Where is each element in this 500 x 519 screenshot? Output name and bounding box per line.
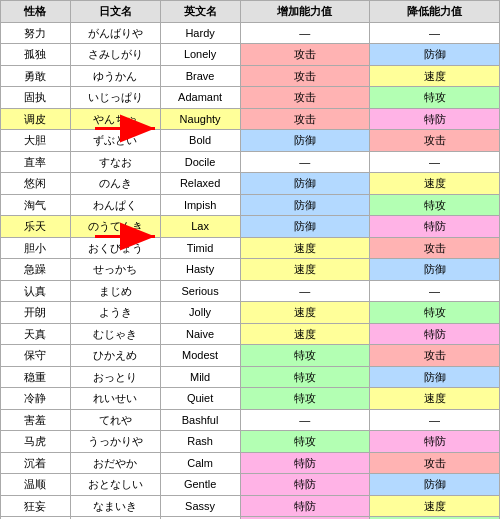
- cell-nature: 直率: [1, 151, 71, 173]
- cell-down: 防御: [370, 44, 500, 66]
- cell-ja: ひかえめ: [70, 345, 160, 367]
- cell-down: 防御: [370, 366, 500, 388]
- header-en: 英文名: [160, 1, 240, 23]
- header-down: 降低能力值: [370, 1, 500, 23]
- cell-en: Lonely: [160, 44, 240, 66]
- cell-ja: さみしがり: [70, 44, 160, 66]
- cell-nature: 稳重: [1, 366, 71, 388]
- cell-en: Brave: [160, 65, 240, 87]
- cell-ja: いじっぱり: [70, 87, 160, 109]
- cell-up: —: [240, 22, 370, 44]
- cell-up: 防御: [240, 130, 370, 152]
- cell-en: Calm: [160, 452, 240, 474]
- cell-down: 速度: [370, 388, 500, 410]
- cell-down: 攻击: [370, 237, 500, 259]
- cell-up: 攻击: [240, 44, 370, 66]
- cell-down: 特防: [370, 216, 500, 238]
- cell-up: 速度: [240, 237, 370, 259]
- cell-en: Lax: [160, 216, 240, 238]
- cell-en: Rash: [160, 431, 240, 453]
- cell-nature: 固执: [1, 87, 71, 109]
- cell-up: —: [240, 151, 370, 173]
- cell-down: 速度: [370, 173, 500, 195]
- cell-ja: まじめ: [70, 280, 160, 302]
- cell-en: Naughty: [160, 108, 240, 130]
- cell-ja: てれや: [70, 409, 160, 431]
- cell-ja: ずぶとい: [70, 130, 160, 152]
- cell-down: 防御: [370, 474, 500, 496]
- cell-up: 防御: [240, 194, 370, 216]
- cell-down: 攻击: [370, 452, 500, 474]
- cell-ja: れいせい: [70, 388, 160, 410]
- cell-down: —: [370, 151, 500, 173]
- cell-down: 攻击: [370, 345, 500, 367]
- cell-nature: 温顺: [1, 474, 71, 496]
- cell-nature: 勇敢: [1, 65, 71, 87]
- cell-ja: すなお: [70, 151, 160, 173]
- cell-down: —: [370, 280, 500, 302]
- cell-nature: 孤独: [1, 44, 71, 66]
- cell-up: 攻击: [240, 108, 370, 130]
- cell-nature: 调皮: [1, 108, 71, 130]
- cell-up: 特攻: [240, 345, 370, 367]
- cell-up: 速度: [240, 259, 370, 281]
- cell-en: Hardy: [160, 22, 240, 44]
- cell-nature: 害羞: [1, 409, 71, 431]
- header-up: 增加能力值: [240, 1, 370, 23]
- cell-ja: うっかりや: [70, 431, 160, 453]
- cell-ja: おくびょう: [70, 237, 160, 259]
- cell-down: 特攻: [370, 194, 500, 216]
- cell-up: 攻击: [240, 65, 370, 87]
- cell-ja: せっかち: [70, 259, 160, 281]
- cell-up: —: [240, 409, 370, 431]
- cell-ja: おだやか: [70, 452, 160, 474]
- cell-nature: 胆小: [1, 237, 71, 259]
- cell-up: 特攻: [240, 431, 370, 453]
- cell-up: 防御: [240, 173, 370, 195]
- cell-en: Serious: [160, 280, 240, 302]
- nature-table: 性格 日文名 英文名 增加能力值 降低能力值 努力がんばりやHardy——孤独さ…: [0, 0, 500, 519]
- cell-ja: のんき: [70, 173, 160, 195]
- cell-nature: 急躁: [1, 259, 71, 281]
- cell-en: Timid: [160, 237, 240, 259]
- cell-ja: がんばりや: [70, 22, 160, 44]
- cell-up: —: [240, 280, 370, 302]
- cell-down: 速度: [370, 495, 500, 517]
- header-ja: 日文名: [70, 1, 160, 23]
- cell-down: 速度: [370, 65, 500, 87]
- cell-up: 特防: [240, 474, 370, 496]
- cell-nature: 努力: [1, 22, 71, 44]
- cell-en: Adamant: [160, 87, 240, 109]
- cell-en: Mild: [160, 366, 240, 388]
- cell-nature: 淘气: [1, 194, 71, 216]
- cell-en: Modest: [160, 345, 240, 367]
- cell-up: 速度: [240, 302, 370, 324]
- cell-en: Impish: [160, 194, 240, 216]
- cell-up: 攻击: [240, 87, 370, 109]
- cell-en: Jolly: [160, 302, 240, 324]
- cell-nature: 乐天: [1, 216, 71, 238]
- cell-up: 特防: [240, 452, 370, 474]
- cell-up: 速度: [240, 323, 370, 345]
- cell-nature: 悠闲: [1, 173, 71, 195]
- cell-ja: ようき: [70, 302, 160, 324]
- cell-en: Relaxed: [160, 173, 240, 195]
- cell-down: —: [370, 22, 500, 44]
- cell-en: Bold: [160, 130, 240, 152]
- cell-ja: おっとり: [70, 366, 160, 388]
- cell-up: 防御: [240, 216, 370, 238]
- cell-down: 特防: [370, 323, 500, 345]
- cell-nature: 天真: [1, 323, 71, 345]
- cell-nature: 冷静: [1, 388, 71, 410]
- cell-down: —: [370, 409, 500, 431]
- cell-nature: 马虎: [1, 431, 71, 453]
- cell-ja: おとなしい: [70, 474, 160, 496]
- nature-table-wrapper: 性格 日文名 英文名 增加能力值 降低能力值 努力がんばりやHardy——孤独さ…: [0, 0, 500, 519]
- cell-en: Sassy: [160, 495, 240, 517]
- cell-down: 防御: [370, 259, 500, 281]
- cell-en: Bashful: [160, 409, 240, 431]
- header-nature: 性格: [1, 1, 71, 23]
- cell-ja: ゆうかん: [70, 65, 160, 87]
- cell-en: Gentle: [160, 474, 240, 496]
- cell-nature: 沉着: [1, 452, 71, 474]
